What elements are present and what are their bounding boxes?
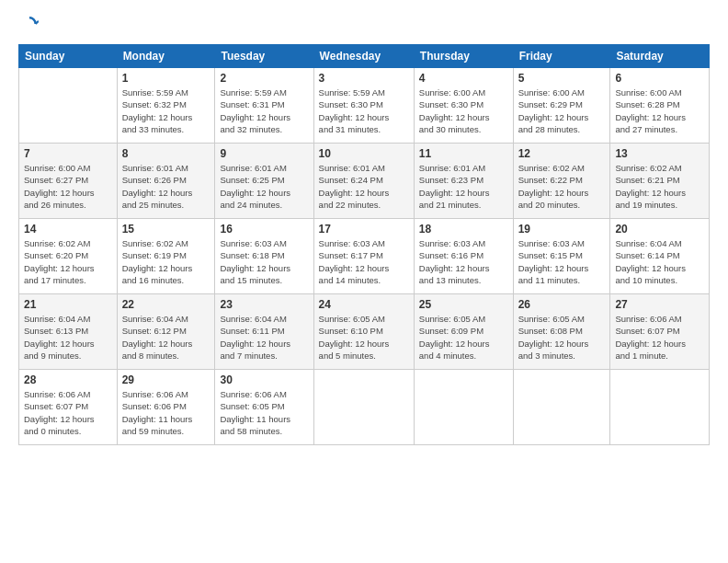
calendar-week-row: 7Sunrise: 6:00 AM Sunset: 6:27 PM Daylig… bbox=[19, 144, 710, 219]
logo-icon bbox=[20, 15, 39, 33]
day-number: 16 bbox=[220, 223, 308, 236]
day-info: Sunrise: 6:05 AM Sunset: 6:09 PM Dayligh… bbox=[419, 313, 508, 362]
day-number: 25 bbox=[419, 298, 508, 311]
day-number: 24 bbox=[319, 298, 409, 311]
calendar-week-row: 14Sunrise: 6:02 AM Sunset: 6:20 PM Dayli… bbox=[19, 219, 710, 294]
logo bbox=[18, 14, 39, 33]
calendar-cell: 1Sunrise: 5:59 AM Sunset: 6:32 PM Daylig… bbox=[117, 68, 215, 144]
day-info: Sunrise: 6:00 AM Sunset: 6:28 PM Dayligh… bbox=[615, 86, 704, 135]
day-number: 28 bbox=[24, 373, 112, 386]
day-info: Sunrise: 6:03 AM Sunset: 6:16 PM Dayligh… bbox=[419, 237, 508, 286]
day-number: 30 bbox=[220, 373, 308, 386]
calendar-cell: 16Sunrise: 6:03 AM Sunset: 6:18 PM Dayli… bbox=[215, 219, 313, 294]
calendar-cell: 5Sunrise: 6:00 AM Sunset: 6:29 PM Daylig… bbox=[513, 68, 610, 144]
day-number: 3 bbox=[319, 72, 409, 85]
day-info: Sunrise: 6:01 AM Sunset: 6:24 PM Dayligh… bbox=[319, 162, 409, 211]
day-number: 2 bbox=[220, 72, 308, 85]
calendar-cell: 14Sunrise: 6:02 AM Sunset: 6:20 PM Dayli… bbox=[19, 219, 118, 294]
day-info: Sunrise: 6:05 AM Sunset: 6:10 PM Dayligh… bbox=[319, 313, 409, 362]
day-number: 26 bbox=[518, 298, 606, 311]
calendar-cell: 2Sunrise: 5:59 AM Sunset: 6:31 PM Daylig… bbox=[215, 68, 313, 144]
calendar-cell: 17Sunrise: 6:03 AM Sunset: 6:17 PM Dayli… bbox=[313, 219, 414, 294]
calendar-cell: 29Sunrise: 6:06 AM Sunset: 6:06 PM Dayli… bbox=[117, 370, 215, 445]
day-info: Sunrise: 6:04 AM Sunset: 6:14 PM Dayligh… bbox=[615, 237, 704, 286]
day-info: Sunrise: 6:02 AM Sunset: 6:21 PM Dayligh… bbox=[615, 162, 704, 211]
day-info: Sunrise: 6:06 AM Sunset: 6:06 PM Dayligh… bbox=[122, 388, 210, 437]
day-info: Sunrise: 6:00 AM Sunset: 6:29 PM Dayligh… bbox=[518, 86, 606, 135]
calendar-cell: 11Sunrise: 6:01 AM Sunset: 6:23 PM Dayli… bbox=[414, 144, 513, 219]
day-number: 23 bbox=[220, 298, 308, 311]
day-number: 4 bbox=[419, 72, 508, 85]
calendar-cell: 25Sunrise: 6:05 AM Sunset: 6:09 PM Dayli… bbox=[414, 294, 513, 370]
day-number: 13 bbox=[615, 147, 704, 160]
calendar-header-row: Sunday Monday Tuesday Wednesday Thursday… bbox=[19, 45, 710, 68]
calendar-cell bbox=[313, 370, 414, 445]
calendar-week-row: 21Sunrise: 6:04 AM Sunset: 6:13 PM Dayli… bbox=[19, 294, 710, 370]
calendar-cell: 21Sunrise: 6:04 AM Sunset: 6:13 PM Dayli… bbox=[19, 294, 118, 370]
calendar-cell: 30Sunrise: 6:06 AM Sunset: 6:05 PM Dayli… bbox=[215, 370, 313, 445]
day-info: Sunrise: 6:03 AM Sunset: 6:18 PM Dayligh… bbox=[220, 237, 308, 286]
day-info: Sunrise: 6:00 AM Sunset: 6:27 PM Dayligh… bbox=[24, 162, 112, 211]
day-info: Sunrise: 6:02 AM Sunset: 6:19 PM Dayligh… bbox=[122, 237, 210, 286]
page-header bbox=[18, 14, 710, 33]
calendar-cell: 4Sunrise: 6:00 AM Sunset: 6:30 PM Daylig… bbox=[414, 68, 513, 144]
day-info: Sunrise: 6:03 AM Sunset: 6:15 PM Dayligh… bbox=[518, 237, 606, 286]
day-number: 8 bbox=[122, 147, 210, 160]
calendar-week-row: 28Sunrise: 6:06 AM Sunset: 6:07 PM Dayli… bbox=[19, 370, 710, 445]
calendar-cell: 22Sunrise: 6:04 AM Sunset: 6:12 PM Dayli… bbox=[117, 294, 215, 370]
day-info: Sunrise: 5:59 AM Sunset: 6:32 PM Dayligh… bbox=[122, 86, 210, 135]
day-number: 5 bbox=[518, 72, 606, 85]
calendar-cell: 15Sunrise: 6:02 AM Sunset: 6:19 PM Dayli… bbox=[117, 219, 215, 294]
day-number: 9 bbox=[220, 147, 308, 160]
day-info: Sunrise: 5:59 AM Sunset: 6:30 PM Dayligh… bbox=[319, 86, 409, 135]
day-info: Sunrise: 6:01 AM Sunset: 6:25 PM Dayligh… bbox=[220, 162, 308, 211]
day-number: 7 bbox=[24, 147, 112, 160]
calendar-cell: 12Sunrise: 6:02 AM Sunset: 6:22 PM Dayli… bbox=[513, 144, 610, 219]
day-info: Sunrise: 6:04 AM Sunset: 6:12 PM Dayligh… bbox=[122, 313, 210, 362]
day-number: 10 bbox=[319, 147, 409, 160]
calendar-cell: 28Sunrise: 6:06 AM Sunset: 6:07 PM Dayli… bbox=[19, 370, 118, 445]
day-number: 6 bbox=[615, 72, 704, 85]
day-info: Sunrise: 6:06 AM Sunset: 6:07 PM Dayligh… bbox=[24, 388, 112, 437]
day-number: 22 bbox=[122, 298, 210, 311]
calendar-cell: 7Sunrise: 6:00 AM Sunset: 6:27 PM Daylig… bbox=[19, 144, 118, 219]
day-number: 1 bbox=[122, 72, 210, 85]
day-info: Sunrise: 6:02 AM Sunset: 6:22 PM Dayligh… bbox=[518, 162, 606, 211]
calendar-table: Sunday Monday Tuesday Wednesday Thursday… bbox=[18, 44, 710, 445]
day-info: Sunrise: 6:04 AM Sunset: 6:11 PM Dayligh… bbox=[220, 313, 308, 362]
calendar-cell: 13Sunrise: 6:02 AM Sunset: 6:21 PM Dayli… bbox=[610, 144, 710, 219]
day-number: 17 bbox=[319, 223, 409, 236]
day-info: Sunrise: 6:02 AM Sunset: 6:20 PM Dayligh… bbox=[24, 237, 112, 286]
calendar-cell bbox=[414, 370, 513, 445]
day-number: 20 bbox=[615, 223, 704, 236]
day-info: Sunrise: 6:04 AM Sunset: 6:13 PM Dayligh… bbox=[24, 313, 112, 362]
day-info: Sunrise: 6:06 AM Sunset: 6:07 PM Dayligh… bbox=[615, 313, 704, 362]
day-info: Sunrise: 6:05 AM Sunset: 6:08 PM Dayligh… bbox=[518, 313, 606, 362]
col-thursday: Thursday bbox=[414, 45, 513, 68]
logo-text bbox=[18, 14, 39, 33]
day-number: 15 bbox=[122, 223, 210, 236]
day-info: Sunrise: 6:01 AM Sunset: 6:23 PM Dayligh… bbox=[419, 162, 508, 211]
calendar-page: Sunday Monday Tuesday Wednesday Thursday… bbox=[0, 0, 728, 563]
calendar-cell: 8Sunrise: 6:01 AM Sunset: 6:26 PM Daylig… bbox=[117, 144, 215, 219]
day-number: 11 bbox=[419, 147, 508, 160]
calendar-cell bbox=[19, 68, 118, 144]
day-number: 12 bbox=[518, 147, 606, 160]
calendar-cell bbox=[610, 370, 710, 445]
calendar-cell bbox=[513, 370, 610, 445]
day-number: 21 bbox=[24, 298, 112, 311]
day-info: Sunrise: 6:06 AM Sunset: 6:05 PM Dayligh… bbox=[220, 388, 308, 437]
calendar-cell: 26Sunrise: 6:05 AM Sunset: 6:08 PM Dayli… bbox=[513, 294, 610, 370]
col-monday: Monday bbox=[117, 45, 215, 68]
col-wednesday: Wednesday bbox=[313, 45, 414, 68]
day-number: 14 bbox=[24, 223, 112, 236]
calendar-cell: 24Sunrise: 6:05 AM Sunset: 6:10 PM Dayli… bbox=[313, 294, 414, 370]
calendar-cell: 9Sunrise: 6:01 AM Sunset: 6:25 PM Daylig… bbox=[215, 144, 313, 219]
day-number: 29 bbox=[122, 373, 210, 386]
col-tuesday: Tuesday bbox=[215, 45, 313, 68]
calendar-cell: 18Sunrise: 6:03 AM Sunset: 6:16 PM Dayli… bbox=[414, 219, 513, 294]
col-saturday: Saturday bbox=[610, 45, 710, 68]
day-info: Sunrise: 5:59 AM Sunset: 6:31 PM Dayligh… bbox=[220, 86, 308, 135]
calendar-cell: 3Sunrise: 5:59 AM Sunset: 6:30 PM Daylig… bbox=[313, 68, 414, 144]
calendar-cell: 19Sunrise: 6:03 AM Sunset: 6:15 PM Dayli… bbox=[513, 219, 610, 294]
